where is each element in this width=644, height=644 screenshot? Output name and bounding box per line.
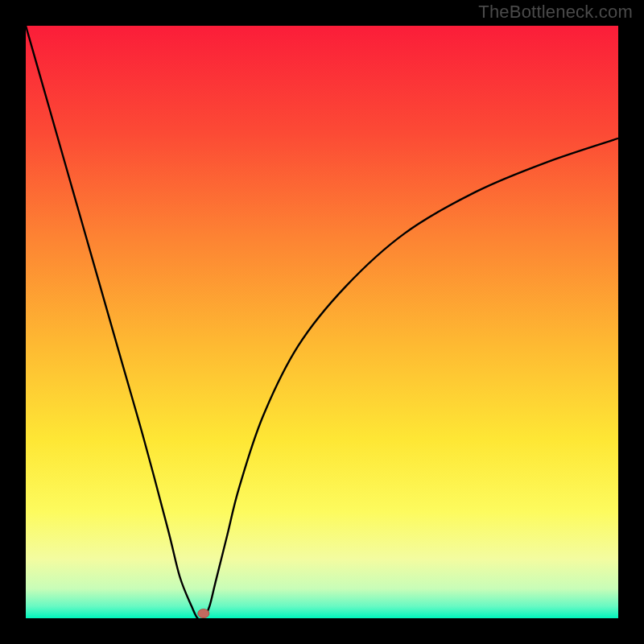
optimal-marker	[198, 609, 209, 618]
chart-svg	[26, 26, 618, 618]
gradient-background	[26, 26, 618, 618]
chart-frame: TheBottleneck.com	[0, 0, 644, 644]
plot-area	[26, 26, 618, 618]
watermark-label: TheBottleneck.com	[478, 2, 633, 23]
